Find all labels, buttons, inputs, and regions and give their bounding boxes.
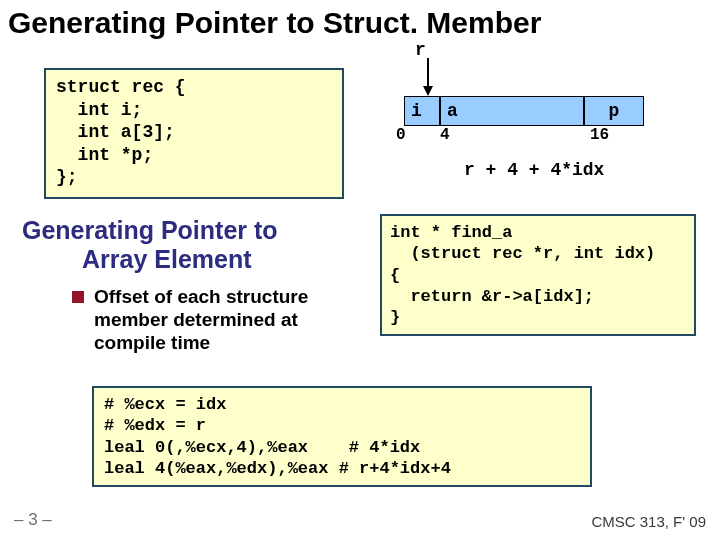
bullet-item: Offset of each structure member determin… bbox=[72, 286, 362, 354]
address-formula: r + 4 + 4*idx bbox=[464, 160, 604, 180]
bullet-text: Offset of each structure member determin… bbox=[94, 286, 362, 354]
offset-0: 0 bbox=[396, 126, 406, 144]
page-title: Generating Pointer to Struct. Member bbox=[0, 0, 720, 40]
struct-layout-diagram: i a p bbox=[404, 96, 644, 126]
r-pointer-label: r bbox=[415, 40, 426, 60]
subtitle-line2: Array Element bbox=[22, 245, 352, 274]
course-footer: CMSC 313, F' 09 bbox=[591, 513, 706, 530]
struct-def-code: struct rec { int i; int a[3]; int *p; }; bbox=[44, 68, 344, 199]
section-subtitle: Generating Pointer to Array Element bbox=[22, 216, 352, 274]
layout-cell-p: p bbox=[584, 96, 644, 126]
find-a-code: int * find_a (struct rec *r, int idx) { … bbox=[380, 214, 696, 336]
layout-cell-i: i bbox=[404, 96, 440, 126]
arrow-down-icon bbox=[421, 58, 435, 98]
layout-cell-a: a bbox=[440, 96, 584, 126]
offset-4: 4 bbox=[440, 126, 450, 144]
assembly-code: # %ecx = idx # %edx = r leal 0(,%ecx,4),… bbox=[92, 386, 592, 487]
svg-marker-1 bbox=[423, 86, 433, 96]
subtitle-line1: Generating Pointer to bbox=[22, 216, 278, 244]
offset-16: 16 bbox=[590, 126, 609, 144]
page-number: – 3 – bbox=[14, 510, 52, 530]
square-bullet-icon bbox=[72, 291, 84, 303]
